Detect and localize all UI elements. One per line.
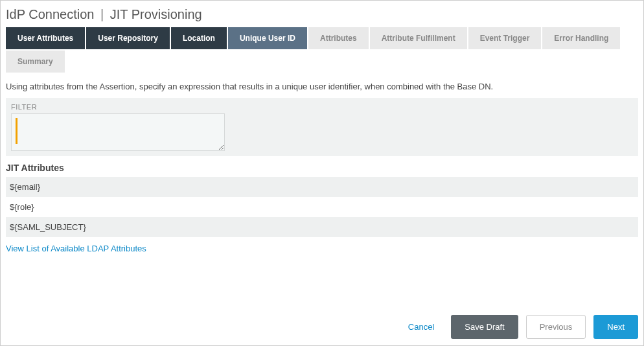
jit-attribute-row[interactable]: ${role} <box>6 197 638 217</box>
tab-attribute-fulfillment[interactable]: Attribute Fulfillment <box>370 27 467 49</box>
next-button[interactable]: Next <box>593 315 638 339</box>
tab-summary[interactable]: Summary <box>6 51 65 73</box>
title-right: JIT Provisioning <box>110 7 202 21</box>
instruction-text: Using attributes from the Assertion, spe… <box>6 82 638 91</box>
filter-block: FILTER <box>6 98 638 156</box>
view-ldap-attributes-link[interactable]: View List of Available LDAP Attributes <box>6 244 146 253</box>
page-title: IdP Connection | JIT Provisioning <box>6 7 638 22</box>
jit-attribute-row[interactable]: ${SAML_SUBJECT} <box>6 217 638 237</box>
text-cursor <box>16 118 17 144</box>
footer-actions: Cancel Save Draft Previous Next <box>6 315 638 339</box>
filter-input[interactable] <box>11 113 225 151</box>
jit-attributes-heading: JIT Attributes <box>6 163 638 173</box>
cancel-button[interactable]: Cancel <box>399 316 443 338</box>
tab-location[interactable]: Location <box>171 27 227 49</box>
tab-user-repository[interactable]: User Repository <box>86 27 170 49</box>
previous-button[interactable]: Previous <box>526 315 586 339</box>
tab-error-handling[interactable]: Error Handling <box>542 27 620 49</box>
title-left: IdP Connection <box>6 7 94 21</box>
filter-label: FILTER <box>11 103 633 111</box>
tab-unique-user-id[interactable]: Unique User ID <box>228 27 307 49</box>
tab-attributes[interactable]: Attributes <box>308 27 369 49</box>
jit-attribute-row[interactable]: ${email} <box>6 177 638 197</box>
title-separator: | <box>100 7 104 21</box>
save-draft-button[interactable]: Save Draft <box>451 315 518 339</box>
tab-user-attributes[interactable]: User Attributes <box>6 27 85 49</box>
tab-event-trigger[interactable]: Event Trigger <box>468 27 542 49</box>
wizard-tabs: User AttributesUser RepositoryLocationUn… <box>6 27 638 73</box>
jit-attributes-table: ${email}${role}${SAML_SUBJECT} <box>6 177 638 237</box>
